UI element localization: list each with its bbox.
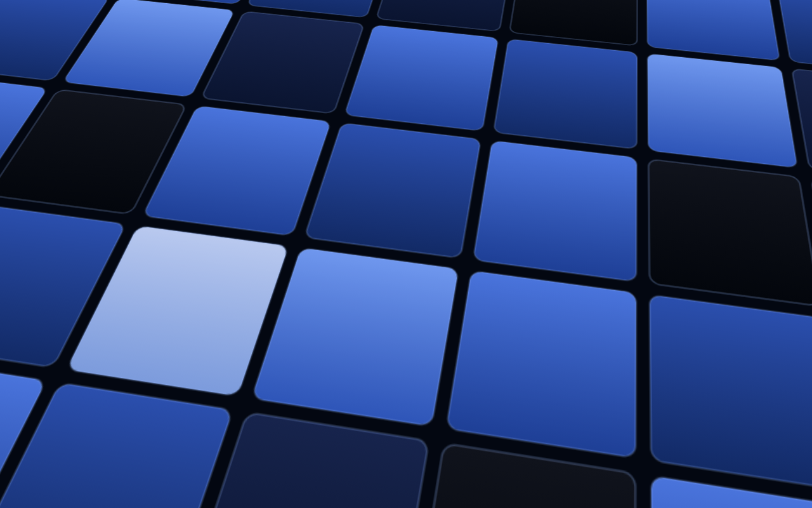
updates-indicator-button[interactable] [726, 0, 744, 21]
taskbar-application-finder-button[interactable] [226, 0, 248, 21]
preferences-button-label: Preferences [252, 291, 296, 301]
window-title: Application Finder [224, 241, 594, 250]
file-manager-icon [47, 3, 62, 18]
text-caret [332, 266, 332, 276]
minimize-button[interactable] [551, 241, 561, 251]
top-panel: 1 2 3 4 [0, 0, 812, 21]
desktop-icon-label: Floppy Disk [16, 318, 60, 327]
maximize-button[interactable] [565, 241, 575, 251]
dialog-body: firefox www.kali Preferenc [224, 254, 594, 312]
system-tray [664, 0, 744, 21]
desktop-icon-floppy-disk[interactable]: Floppy Disk [9, 282, 67, 327]
search-input[interactable]: firefox www.kali [258, 261, 586, 281]
firefox-launcher-button[interactable] [86, 0, 107, 21]
firefox-icon [89, 3, 103, 18]
file-system-icon [20, 93, 56, 126]
window-titlebar[interactable]: Application Finder [224, 237, 594, 254]
terminal-dropdown-launcher-button[interactable] [107, 0, 134, 21]
desktop-icon-label: Kali Live [22, 255, 54, 264]
workspace-4[interactable]: 4 [199, 0, 218, 21]
battery-icon [667, 6, 680, 15]
launch-button[interactable]: Launch [532, 288, 586, 304]
application-finder-window: Application Finder firefox www.kali [223, 236, 595, 313]
close-icon [582, 243, 587, 248]
desktop-icon-trash[interactable]: Trash [9, 156, 67, 201]
notifications-icon [710, 6, 721, 16]
floppy-disk-icon [20, 282, 56, 315]
logout-button[interactable] [792, 0, 812, 21]
workspace-3[interactable]: 3 [180, 0, 199, 21]
panel-separator [138, 4, 138, 18]
lock-icon [778, 5, 789, 16]
preferences-button[interactable]: Preferences [232, 288, 303, 304]
desktop-icon-file-system[interactable]: File System [9, 93, 67, 138]
desktop-icon-kali-live[interactable]: Kali Live [9, 219, 67, 264]
kali-menu-icon [3, 3, 20, 19]
desktop-icon-label: Trash [28, 192, 48, 201]
wallpaper-glow [0, 298, 368, 508]
panel-clock[interactable]: 5:50 [744, 6, 775, 15]
desktop-icon-home[interactable]: Home [9, 30, 67, 76]
close-button[interactable] [580, 241, 590, 251]
search-input-value: firefox www.kali [266, 267, 331, 276]
terminal-launcher-button[interactable] [23, 0, 44, 21]
lock-screen-button[interactable] [775, 0, 792, 21]
terminal-window-icon [26, 3, 41, 18]
notifications-button[interactable] [707, 0, 724, 21]
kali-menu-button[interactable] [0, 0, 23, 21]
gear-icon [239, 292, 248, 301]
arrow-down-icon[interactable] [572, 267, 580, 276]
volume-icon [689, 6, 701, 16]
panel-separator [222, 4, 223, 18]
power-icon [795, 5, 806, 16]
text-editor-icon [68, 3, 82, 18]
kali-live-disc-icon [20, 219, 56, 252]
desktop-icon-label: Home [27, 67, 49, 76]
trash-icon [20, 156, 56, 189]
application-finder-icon [228, 241, 238, 250]
search-icon [232, 262, 251, 281]
window-controls [551, 241, 590, 251]
application-finder-icon [231, 4, 244, 17]
terminal-dropdown-icon [110, 4, 123, 17]
workspace-2[interactable]: 2 [161, 0, 180, 21]
home-icon [20, 30, 56, 64]
desktop-icon-label: File System [16, 130, 60, 138]
desktop-icon-list: Home File System Trash [9, 30, 67, 327]
updates-icon [730, 5, 741, 17]
volume-button[interactable] [686, 0, 704, 21]
text-editor-launcher-button[interactable] [65, 0, 86, 21]
file-manager-launcher-button[interactable] [44, 0, 65, 21]
search-row: firefox www.kali [232, 261, 586, 281]
battery-indicator-button[interactable] [664, 0, 683, 21]
chevron-down-icon [125, 8, 131, 13]
button-row: Preferences Launch [232, 288, 586, 304]
launch-icon [539, 291, 548, 301]
launch-button-label: Launch [552, 291, 579, 301]
workspace-1[interactable]: 1 [142, 0, 161, 21]
